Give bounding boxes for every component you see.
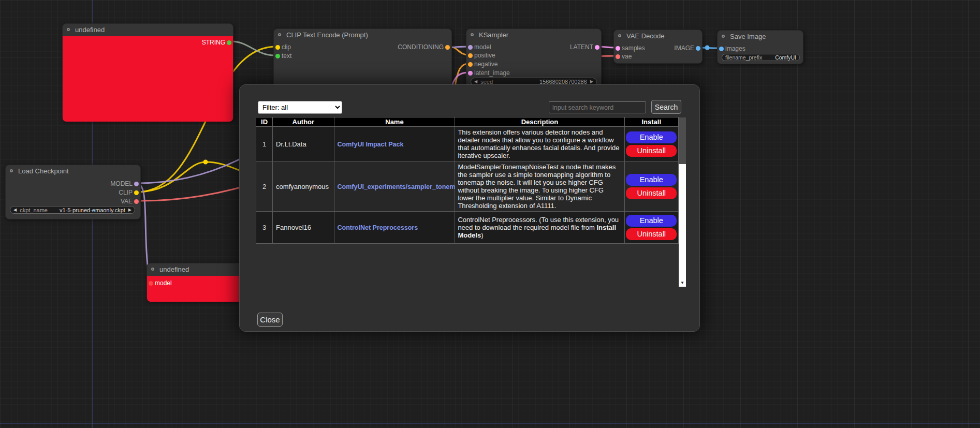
output-label: MODEL [110,180,133,187]
collapse-icon[interactable] [471,33,474,36]
node-load-checkpoint[interactable]: Load Checkpoint MODEL CLIP VAE ◀ ckpt_na… [5,165,141,219]
table-row: 2 comfyanonymous ComfyUI_experiments/sam… [256,161,679,212]
search-button[interactable]: Search [651,100,681,114]
node-header[interactable]: Load Checkpoint [6,165,140,178]
input-label: negative [474,61,498,68]
extension-table: ID Author Name Description Install 1 Dr.… [256,117,679,244]
widget-name: ckpt_name [20,207,48,213]
input-label: latent_image [474,69,510,77]
node-title: undefined [75,26,105,34]
cell-id: 1 [256,127,273,161]
collapse-icon[interactable] [67,28,70,31]
input-port-vae[interactable] [616,54,620,59]
input-label: model [155,279,172,287]
ckpt-name-widget[interactable]: ◀ ckpt_name v1-5-pruned-emaonly.ckpt ▶ [10,206,135,214]
cell-author: Fannovel16 [273,212,334,244]
output-port-image[interactable] [696,46,700,51]
table-row: 3 Fannovel16 ControlNet Preprocessors Co… [256,212,679,244]
node-title: CLIP Text Encode (Prompt) [286,31,368,39]
input-label: positive [474,52,495,59]
output-port-string[interactable] [227,40,231,45]
widget-value: v1-5-pruned-emaonly.ckpt [60,207,125,213]
node-title: VAE Decode [626,32,664,40]
wire-dot-clip [203,160,208,165]
input-port-positive[interactable] [468,53,473,58]
enable-button[interactable]: Enable [626,174,677,186]
filter-select[interactable]: Filter: all [258,101,342,114]
collapse-icon[interactable] [151,268,154,271]
header-install: Install [624,117,678,127]
widget-value: ComfyUI [775,54,796,61]
cell-description: ModelSamplerTonemapNoiseTest a node that… [455,161,624,212]
node-vae-decode[interactable]: VAE Decode samples vae IMAGE [613,29,703,64]
node-header[interactable]: VAE Decode [614,30,702,42]
cell-install: Enable Uninstall [624,161,678,212]
output-label: CLIP [119,189,133,196]
node-save-image[interactable]: Save Image images filename_prefix ComfyU… [717,30,803,64]
collapse-icon[interactable] [278,33,281,36]
input-label: images [725,45,745,52]
node-undefined-top[interactable]: undefined STRING [62,23,233,122]
cell-description: ControlNet Preprocessors. (To use this e… [455,212,624,244]
input-port-text[interactable] [275,54,280,58]
extension-manager-dialog: Filter: all Search ID Author Name Descri… [239,84,700,332]
node-title: undefined [159,265,189,273]
output-port-latent[interactable] [595,45,599,50]
scroll-down-icon[interactable]: ▼ [679,279,686,287]
input-label: text [282,52,291,60]
output-port-clip[interactable] [134,190,139,195]
close-button[interactable]: Close [257,313,283,327]
node-header[interactable]: KSampler [466,29,601,41]
cell-id: 3 [256,212,273,244]
input-port-images[interactable] [719,47,724,51]
extension-table-body: 1 Dr.Lt.Data ComfyUI Impact Pack This ex… [256,127,679,244]
collapse-icon[interactable] [10,169,13,172]
input-port-negative[interactable] [468,62,473,67]
header-author: Author [273,117,334,127]
output-label: STRING [202,39,225,46]
extension-link[interactable]: ComfyUI Impact Pack [338,141,404,148]
extension-link[interactable]: ControlNet Preprocessors [338,224,418,231]
node-header[interactable]: undefined [63,24,233,36]
output-label: LATENT [570,43,593,51]
node-canvas[interactable]: undefined STRING CLIP Text Encode (Promp… [0,0,980,428]
output-port-model[interactable] [134,182,139,186]
prev-icon[interactable]: ◀ [13,206,17,214]
node-title: Load Checkpoint [18,167,69,175]
table-row: 1 Dr.Lt.Data ComfyUI Impact Pack This ex… [256,127,679,161]
cell-install: Enable Uninstall [624,127,678,161]
enable-button[interactable]: Enable [626,131,677,143]
uninstall-button[interactable]: Uninstall [626,187,677,199]
header-name: Name [334,117,455,127]
cell-author: comfyanonymous [273,161,334,212]
header-id: ID [256,117,273,127]
collapse-icon[interactable] [722,35,725,38]
filename-prefix-widget[interactable]: filename_prefix ComfyUI [722,54,800,61]
enable-button[interactable]: Enable [626,215,677,227]
output-port-conditioning[interactable] [445,45,450,50]
extension-link[interactable]: ComfyUI_experiments/sampler_tonemap [338,183,455,190]
uninstall-button[interactable]: Uninstall [626,228,677,240]
input-label: vae [622,53,632,60]
cell-install: Enable Uninstall [624,212,678,244]
collapse-icon[interactable] [618,34,621,37]
node-title: Save Image [730,33,766,40]
next-icon[interactable]: ▶ [128,206,131,214]
node-title: KSampler [479,31,508,39]
header-description: Description [455,117,624,127]
node-header[interactable]: CLIP Text Encode (Prompt) [274,29,451,41]
cell-description: This extension offers various detector n… [455,127,624,161]
table-header-row: ID Author Name Description Install [256,117,679,127]
table-scrollbar[interactable]: ▼ [679,117,686,287]
widget-name: filename_prefix [725,54,762,61]
output-port-vae[interactable] [134,199,139,204]
input-port-latent-image[interactable] [468,71,473,76]
cell-id: 2 [256,161,273,212]
wire-dot-image [705,46,710,50]
node-header[interactable]: Save Image [718,31,803,43]
search-input[interactable] [549,101,646,113]
input-port-model[interactable] [149,281,153,286]
cell-author: Dr.Lt.Data [273,127,334,161]
scrollbar-thumb[interactable] [679,117,686,164]
uninstall-button[interactable]: Uninstall [626,145,677,157]
